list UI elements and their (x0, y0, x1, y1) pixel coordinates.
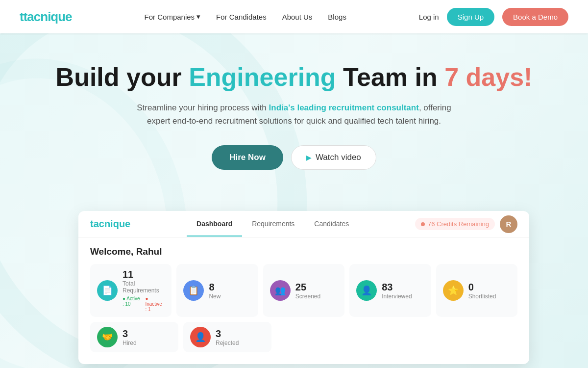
dashboard-body: Welcome, Rahul 📄 11 Total Requirements ●… (78, 237, 529, 364)
stat-interviewed: 👤 83 Interviewed (349, 264, 431, 317)
login-button[interactable]: Log in (419, 13, 439, 21)
avatar: R (500, 215, 517, 233)
tab-candidates[interactable]: Candidates (304, 212, 359, 237)
nav-links: For Companies ▾ For Candidates About Us … (145, 12, 346, 21)
stat-shortlisted: ⭐ 0 Shortlisted (436, 264, 517, 317)
reject-icon: 👤 (190, 327, 211, 347)
dashboard-nav-right: 76 Credits Remaining R (415, 215, 517, 233)
hero-subtitle: Streamline your hiring process with Indi… (127, 101, 461, 128)
navbar: ttacnique For Companies ▾ For Candidates… (0, 0, 588, 33)
dashboard-nav: tacnique Dashboard Requirements Candidat… (78, 211, 529, 237)
star-icon: ⭐ (443, 280, 464, 301)
nav-blogs[interactable]: Blogs (328, 13, 346, 21)
dashboard-tabs: Dashboard Requirements Candidates (187, 212, 359, 237)
people-icon: 👥 (270, 280, 291, 301)
credits-badge: 76 Credits Remaining (415, 218, 495, 230)
stats-row-1: 📄 11 Total Requirements ● Active : 10 ● … (90, 264, 517, 317)
handshake-icon: 🤝 (97, 327, 118, 347)
subtitle-link[interactable]: India's leading recruitment consultant (269, 103, 419, 112)
stat-total-requirements: 📄 11 Total Requirements ● Active : 10 ● … (90, 264, 172, 317)
credits-dot (421, 222, 425, 226)
person-icon: 👤 (356, 280, 377, 301)
signup-button[interactable]: Sign Up (447, 8, 494, 26)
hero-section: Build your Engineering Team in 7 days! S… (0, 33, 588, 189)
dashboard-logo: tacnique (90, 218, 130, 230)
document-icon: 📄 (97, 280, 118, 301)
nav-for-companies[interactable]: For Companies ▾ (145, 12, 201, 21)
nav-right: Log in Sign Up Book a Demo (419, 8, 568, 26)
hire-now-button[interactable]: Hire Now (212, 145, 283, 170)
book-demo-button[interactable]: Book a Demo (502, 8, 568, 26)
play-icon: ▶ (306, 154, 312, 161)
nav-for-candidates[interactable]: For Candidates (216, 13, 267, 21)
new-document-icon: 📋 (183, 280, 204, 301)
hero-title: Build your Engineering Team in 7 days! (56, 63, 533, 92)
stat-hired: 🤝 3 Hired (90, 322, 178, 352)
stat-screened: 👥 25 Screened (263, 264, 344, 317)
hero-buttons: Hire Now ▶ Watch video (212, 145, 376, 170)
tab-requirements[interactable]: Requirements (242, 212, 304, 237)
welcome-text: Welcome, Rahul (90, 246, 517, 257)
stat-new: 📋 8 New (176, 264, 258, 317)
nav-about-us[interactable]: About Us (282, 13, 313, 21)
tab-dashboard[interactable]: Dashboard (187, 212, 242, 237)
logo: ttacnique (20, 9, 72, 25)
dashboard-card: tacnique Dashboard Requirements Candidat… (78, 211, 529, 364)
chevron-down-icon: ▾ (196, 12, 200, 21)
watch-video-button[interactable]: ▶ Watch video (291, 145, 376, 170)
stats-row-2: 🤝 3 Hired 👤 3 Rejected (90, 322, 517, 352)
stat-rejected: 👤 3 Rejected (183, 322, 271, 352)
